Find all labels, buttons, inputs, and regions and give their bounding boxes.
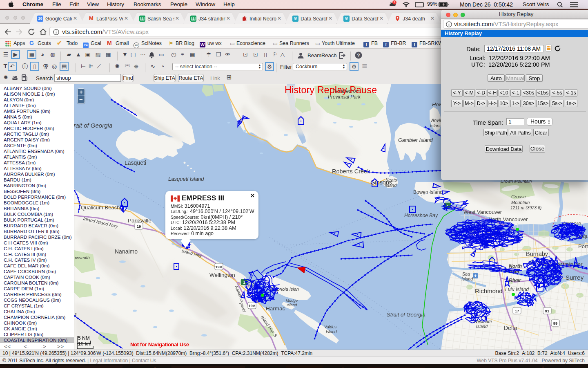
svg-text:Island: Island <box>385 183 397 188</box>
svg-text:Inland Island Hwy: Inland Island Hwy <box>83 216 119 229</box>
svg-text:?: ? <box>357 53 360 58</box>
svg-text:Mt Arrowsmith: Mt Arrowsmith <box>74 255 90 260</box>
svg-text:Sea: Sea <box>462 272 470 276</box>
svg-text:99: 99 <box>553 321 558 325</box>
svg-text:Qualicum Beach: Qualicum Beach <box>81 204 120 211</box>
svg-text:Strait of Georgia: Strait of Georgia <box>387 312 425 318</box>
svg-text:Valdes: Valdes <box>324 325 336 329</box>
svg-text:Delta: Delta <box>504 325 517 331</box>
svg-text:✈: ✈ <box>474 274 477 278</box>
svg-text:Richmond: Richmond <box>475 287 503 294</box>
svg-text:19: 19 <box>137 224 141 229</box>
svg-text:Island Hwy S: Island Hwy S <box>260 314 278 338</box>
svg-text:Mountain: Mountain <box>511 200 530 205</box>
svg-text:Island: Island <box>287 303 297 307</box>
svg-text:Strait of Georgia: Strait of Georgia <box>74 122 112 129</box>
svg-text:17: 17 <box>515 309 519 313</box>
svg-text:Island: Island <box>461 276 473 281</box>
svg-text:Pkwy: Pkwy <box>238 301 247 313</box>
svg-text:Lasqueti: Lasqueti <box>125 159 146 166</box>
svg-text:River: River <box>509 278 521 283</box>
svg-text:Surrey: Surrey <box>566 274 584 281</box>
svg-text:Bowen Island: Bowen Island <box>413 189 443 195</box>
svg-text:Port Moody: Port Moody <box>578 243 588 249</box>
svg-text:North: North <box>509 263 522 269</box>
svg-text:Anvil: Anvil <box>431 118 441 123</box>
svg-text:19A: 19A <box>215 265 223 269</box>
svg-text:Lulu Island: Lulu Island <box>505 287 529 292</box>
svg-text:Burnaby: Burnaby <box>526 251 548 257</box>
svg-text:Wellington: Wellington <box>209 272 235 278</box>
svg-text:Gambier Island: Gambier Island <box>398 137 433 143</box>
svg-text:1211 m (3973 ft): 1211 m (3973 ft) <box>510 205 541 210</box>
svg-text:Island: Island <box>326 330 337 334</box>
svg-text:91: 91 <box>545 309 550 313</box>
svg-text:West Vancouver: West Vancouver <box>463 209 502 215</box>
svg-text:Nanaimo: Nanaimo <box>115 248 138 255</box>
svg-text:Island: Island <box>476 324 488 329</box>
svg-text:Island: Island <box>430 123 442 128</box>
svg-text:Grouse: Grouse <box>511 194 526 199</box>
svg-text:Island Hwy: Island Hwy <box>181 248 203 258</box>
svg-text:Mudge: Mudge <box>286 298 298 303</box>
svg-text:Harmac: Harmac <box>266 305 285 312</box>
svg-text:Lasqueti Island: Lasqueti Island <box>168 176 204 182</box>
svg-text:Keats: Keats <box>385 177 397 182</box>
svg-text:Horseshoe Bay: Horseshoe Bay <box>404 213 438 218</box>
svg-text:19A: 19A <box>248 303 256 308</box>
